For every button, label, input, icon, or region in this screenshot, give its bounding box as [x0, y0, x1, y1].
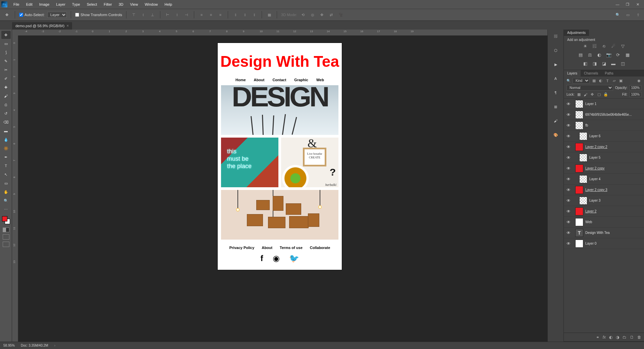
visibility-icon[interactable]: 👁: [564, 145, 573, 149]
layer-mask-icon[interactable]: ◐: [609, 335, 612, 340]
gradient-map-icon[interactable]: ▬: [610, 60, 616, 66]
filter-toggle[interactable]: ◉: [637, 79, 641, 83]
panel-tab-channels[interactable]: Channels: [581, 70, 601, 77]
layer-name[interactable]: Layer 4: [589, 177, 642, 181]
layer-row[interactable]: 👁Layer 0: [564, 238, 644, 249]
balance-icon[interactable]: ⚖: [587, 52, 593, 58]
distribute-vcenter-icon[interactable]: ≡: [208, 11, 214, 18]
quick-mask-icon[interactable]: [3, 228, 9, 232]
menu-view[interactable]: View: [127, 0, 142, 9]
3d-zoom-icon[interactable]: 🎥: [337, 11, 344, 18]
menu-3d[interactable]: 3D: [115, 0, 127, 9]
brush-tool[interactable]: 🖌: [1, 92, 11, 100]
distribute-left-icon[interactable]: ⦀: [232, 11, 239, 18]
3d-pan-icon[interactable]: ✥: [319, 11, 325, 18]
type-tool[interactable]: T: [1, 162, 11, 170]
bw-icon[interactable]: ◐: [596, 52, 602, 58]
vibrance-icon[interactable]: ▽: [620, 43, 626, 49]
layer-name[interactable]: Layer 1: [585, 102, 642, 106]
posterize-icon[interactable]: ◨: [592, 60, 598, 66]
photo-filter-icon[interactable]: 📷: [606, 52, 612, 58]
align-top-icon[interactable]: ⊤: [130, 11, 137, 18]
3d-roll-icon[interactable]: ◎: [309, 11, 316, 18]
menu-window[interactable]: Window: [141, 0, 161, 9]
hue-icon[interactable]: ▤: [578, 52, 584, 58]
align-bottom-icon[interactable]: ⊥: [149, 11, 156, 18]
visibility-icon[interactable]: 👁: [564, 231, 573, 235]
layer-name[interactable]: Web: [585, 220, 642, 224]
visibility-icon[interactable]: 👁: [564, 123, 573, 128]
filter-kind-select[interactable]: Kind: [573, 78, 590, 84]
auto-align-icon[interactable]: ▦: [266, 11, 273, 18]
delete-layer-icon[interactable]: 🗑: [637, 335, 641, 340]
layer-row[interactable]: 👁Layer 2: [564, 206, 644, 217]
layer-row[interactable]: 👁Layer 5: [564, 152, 644, 163]
layer-row[interactable]: 👁Layer 2 copy 3: [564, 185, 644, 195]
eyedropper-tool[interactable]: ✐: [1, 74, 11, 83]
brightness-icon[interactable]: ☀: [582, 43, 588, 49]
invert-icon[interactable]: ◧: [582, 60, 588, 66]
visibility-icon[interactable]: 👁: [564, 155, 573, 160]
menu-edit[interactable]: Edit: [23, 0, 36, 9]
layer-row[interactable]: 👁6974b5f9158cbe064b8e465e...: [564, 109, 644, 120]
lookup-icon[interactable]: ▦: [625, 52, 631, 58]
layer-name[interactable]: Layer 3: [589, 199, 642, 202]
align-vcenter-icon[interactable]: ⫲: [140, 11, 147, 18]
layer-row[interactable]: 👁Layer 2 copy: [564, 163, 644, 174]
layer-name[interactable]: fb: [585, 123, 642, 127]
canvas-area[interactable]: -4-3-2-1012345678910111213141516171819 0…: [12, 30, 547, 342]
histogram-icon[interactable]: ⛆: [552, 32, 560, 40]
color-swatches[interactable]: [2, 216, 10, 224]
menu-help[interactable]: Help: [161, 0, 176, 9]
filter-shape-icon[interactable]: ▱: [612, 79, 616, 83]
levels-icon[interactable]: ⛆: [592, 43, 598, 49]
layer-row[interactable]: 👁Layer 2 copy 2: [564, 142, 644, 152]
auto-select-checkbox[interactable]: Auto-Select:: [19, 13, 45, 17]
minimize-button[interactable]: —: [612, 0, 623, 9]
lock-artboard-icon[interactable]: ▢: [597, 92, 601, 97]
screen-mode-alt-icon[interactable]: [3, 242, 9, 247]
quick-select-tool[interactable]: ✎: [1, 57, 11, 65]
link-layers-icon[interactable]: ⚭: [596, 335, 599, 340]
filter-pixel-icon[interactable]: ▦: [592, 79, 596, 83]
visibility-icon[interactable]: 👁: [564, 112, 573, 117]
new-layer-icon[interactable]: 🗋: [630, 335, 634, 340]
adjustments-tab[interactable]: Adjustments: [564, 30, 589, 36]
zoom-tool[interactable]: 🔍: [1, 197, 11, 205]
exposure-icon[interactable]: ☄: [610, 43, 616, 49]
layer-row[interactable]: 👁fb: [564, 120, 644, 131]
stamp-tool[interactable]: ⎙: [1, 101, 11, 109]
menu-image[interactable]: Image: [36, 0, 53, 9]
visibility-icon[interactable]: 👁: [564, 198, 573, 203]
restore-button[interactable]: ❐: [623, 0, 633, 9]
close-button[interactable]: ✕: [633, 0, 643, 9]
play-icon[interactable]: ▶: [552, 60, 560, 68]
layer-name[interactable]: Layer 2 copy 2: [585, 145, 642, 149]
filter-smart-icon[interactable]: ▣: [619, 79, 623, 83]
distribute-hcenter-icon[interactable]: ⦀: [241, 11, 248, 18]
layer-row[interactable]: 👁Layer 4: [564, 174, 644, 185]
document-tab[interactable]: demo.psd @ 58.9% (RGB/8#) ×: [12, 22, 72, 30]
status-arrow-icon[interactable]: ›: [54, 344, 55, 347]
search-icon[interactable]: 🔍: [614, 11, 621, 18]
path-select-tool[interactable]: ↖: [1, 170, 11, 179]
layer-fx-icon[interactable]: fx: [603, 335, 606, 340]
layer-name[interactable]: Layer 2: [585, 209, 642, 213]
layer-name[interactable]: Design With Tea: [585, 231, 642, 235]
glyphs-icon[interactable]: ⊞: [552, 103, 560, 111]
healing-tool[interactable]: ✚: [1, 83, 11, 91]
align-right-icon[interactable]: ⊣: [183, 11, 190, 18]
visibility-icon[interactable]: 👁: [564, 209, 573, 214]
dodge-tool[interactable]: 🔆: [1, 144, 11, 152]
menu-filter[interactable]: Filter: [100, 0, 115, 9]
channel-mixer-icon[interactable]: ⟳: [615, 52, 621, 58]
new-fill-icon[interactable]: ◑: [616, 335, 619, 340]
color-panel-icon[interactable]: 🎨: [552, 131, 560, 139]
show-transform-checkbox[interactable]: Show Transform Controls: [75, 13, 122, 17]
distribute-right-icon[interactable]: ⦀: [251, 11, 258, 18]
visibility-icon[interactable]: 👁: [564, 102, 573, 106]
layer-name[interactable]: Layer 0: [585, 242, 642, 245]
visibility-icon[interactable]: 👁: [564, 241, 573, 246]
auto-select-target[interactable]: Layer: [47, 12, 67, 18]
filter-adjust-icon[interactable]: ◐: [598, 79, 603, 83]
